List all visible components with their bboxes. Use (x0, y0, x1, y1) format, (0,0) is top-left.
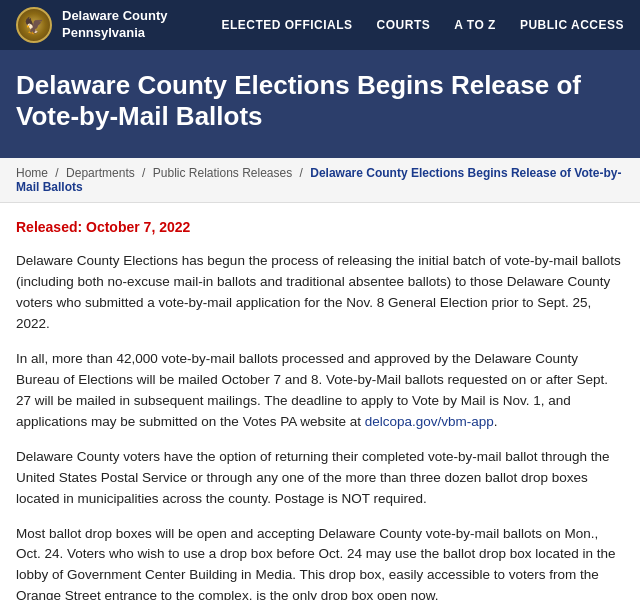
main-content: Released: October 7, 2022 Delaware Count… (0, 203, 640, 600)
main-nav: ELECTED OFFICIALS COURTS A TO Z PUBLIC A… (221, 18, 624, 32)
page-title-area: Delaware County Elections Begins Release… (0, 50, 640, 158)
breadcrumb-pr-releases[interactable]: Public Relations Releases (153, 166, 292, 180)
breadcrumb-home[interactable]: Home (16, 166, 48, 180)
paragraph-2-text-1: In all, more than 42,000 vote-by-mail ba… (16, 351, 608, 429)
header-logo: 🦅 Delaware County Pennsylvania (16, 7, 167, 43)
vbm-app-link[interactable]: delcopa.gov/vbm-app (365, 414, 494, 429)
org-line2: Pennsylvania (62, 25, 167, 42)
breadcrumb-sep1: / (55, 166, 58, 180)
nav-elected-officials[interactable]: ELECTED OFFICIALS (221, 18, 352, 32)
paragraph-4: Most ballot drop boxes will be open and … (16, 524, 624, 600)
paragraph-1: Delaware County Elections has begun the … (16, 251, 624, 335)
nav-courts[interactable]: COURTS (377, 18, 431, 32)
paragraph-3: Delaware County voters have the option o… (16, 447, 624, 510)
nav-a-to-z[interactable]: A TO Z (454, 18, 496, 32)
logo-icon: 🦅 (16, 7, 52, 43)
org-line1: Delaware County (62, 8, 167, 25)
page-title: Delaware County Elections Begins Release… (16, 70, 624, 132)
breadcrumb: Home / Departments / Public Relations Re… (0, 158, 640, 203)
header-org-name: Delaware County Pennsylvania (62, 8, 167, 42)
paragraph-2-text-2: . (494, 414, 498, 429)
breadcrumb-sep3: / (300, 166, 303, 180)
nav-public-access[interactable]: PUBLIC ACCESS (520, 18, 624, 32)
release-date: Released: October 7, 2022 (16, 219, 624, 235)
site-header: 🦅 Delaware County Pennsylvania ELECTED O… (0, 0, 640, 50)
paragraph-2: In all, more than 42,000 vote-by-mail ba… (16, 349, 624, 433)
breadcrumb-departments[interactable]: Departments (66, 166, 135, 180)
article-body: Delaware County Elections has begun the … (16, 251, 624, 600)
breadcrumb-sep2: / (142, 166, 145, 180)
